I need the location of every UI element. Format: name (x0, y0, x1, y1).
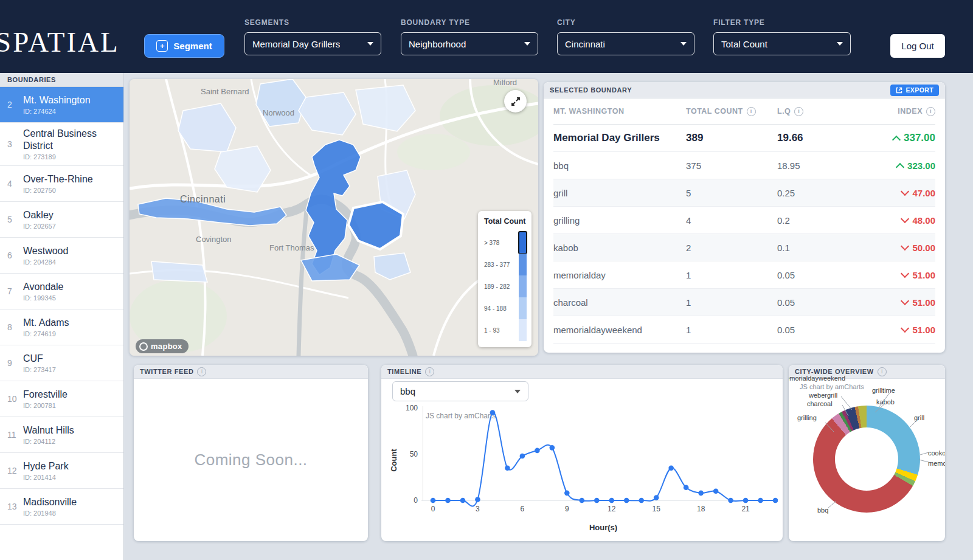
boundary-name: Mt. Adams (23, 317, 69, 329)
filter-type-dropdown[interactable]: Total Count (713, 32, 851, 55)
total-count-cell: 1 (686, 270, 777, 280)
index-value: 323.00 (907, 161, 935, 171)
chevron-down-icon (680, 42, 687, 46)
sidebar-item-over-the-rhine[interactable]: 4Over-The-RhineID: 202750 (0, 166, 123, 202)
svg-text:6: 6 (521, 505, 525, 513)
sidebar-item-walnut-hills[interactable]: 11Walnut HillsID: 204112 (0, 417, 123, 453)
table-row[interactable]: kabob20.150.00 (553, 234, 935, 261)
info-icon[interactable] (747, 107, 756, 116)
boundary-type-dropdown[interactable]: Neighborhood (401, 32, 538, 55)
top-header: SPATIAL + Segment SEGMENTS Memorial Day … (0, 0, 973, 73)
total-count-cell: 1 (686, 297, 777, 308)
total-count-cell: 389 (686, 132, 777, 144)
legend-swatch (519, 297, 527, 319)
sidebar-item-westwood[interactable]: 6WestwoodID: 204284 (0, 238, 123, 274)
info-icon[interactable] (197, 367, 206, 376)
sidebar-item-hyde-park[interactable]: 12Hyde ParkID: 201414 (0, 453, 123, 489)
map-legend: Total Count > 378283 - 377189 - 28294 - … (478, 211, 532, 347)
table-row[interactable]: grilling40.248.00 (553, 207, 935, 234)
svg-text:3: 3 (476, 505, 480, 513)
keyword-cell: memorialday (553, 270, 686, 280)
legend-swatch (519, 319, 527, 341)
slice-label-charcoal: charcoal (807, 400, 833, 407)
sidebar-item-forestville[interactable]: 10ForestvilleID: 200781 (0, 381, 123, 417)
city-dropdown[interactable]: Cincinnati (557, 32, 694, 55)
table-row[interactable]: Memorial Day Grillers38919.66337.00 (553, 125, 935, 152)
mapbox-logo[interactable]: mapbox (136, 339, 189, 353)
svg-text:100: 100 (406, 404, 418, 412)
timeline-series-dropdown[interactable]: bbq (392, 381, 528, 401)
info-icon[interactable] (425, 367, 434, 376)
info-icon[interactable] (878, 367, 887, 376)
legend-entry: 1 - 93 (484, 319, 527, 341)
map-label: Fort Thomas (269, 243, 314, 252)
up-chevron-icon (892, 135, 901, 143)
lq-cell: 0.25 (777, 188, 867, 198)
sidebar-item-avondale[interactable]: 7AvondaleID: 199345 (0, 274, 123, 309)
boundary-rank: 5 (7, 215, 23, 224)
svg-text:15: 15 (653, 505, 661, 513)
table-row[interactable]: grill50.2547.00 (553, 179, 935, 207)
boundary-id: ID: 273417 (23, 366, 56, 373)
keyword-cell: grill (553, 188, 686, 198)
sidebar-item-cuf[interactable]: 9CUFID: 273417 (0, 345, 123, 381)
legend-entry: > 378 (484, 232, 527, 254)
legend-entry: 94 - 188 (484, 297, 527, 319)
sidebar-item-oakley[interactable]: 5OakleyID: 202657 (0, 202, 123, 238)
legend-label: 283 - 377 (484, 261, 510, 268)
table-row[interactable]: bbq37518.95323.00 (553, 152, 935, 179)
legend-title: Total Count (484, 217, 527, 226)
boundary-rank: 8 (7, 322, 23, 332)
export-button[interactable]: EXPORT (890, 85, 939, 96)
sidebar-item-mt-adams[interactable]: 8Mt. AdamsID: 274619 (0, 309, 123, 345)
table-row[interactable]: memorialdayweekend10.0551.00 (553, 316, 935, 344)
logout-button[interactable]: Log Out (890, 34, 945, 58)
legend-swatch (519, 232, 527, 254)
map-expand-button[interactable] (504, 90, 527, 112)
map-canvas[interactable]: Saint Bernard Norwood Milford Cincinnati… (130, 79, 538, 356)
amcharts-watermark: JS chart by amCharts (800, 383, 864, 390)
citywide-panel: CITY-WIDE OVERVIEW JS chart by amCharts … (789, 365, 945, 541)
svg-text:9: 9 (565, 505, 569, 513)
add-segment-button[interactable]: + Segment (144, 34, 224, 58)
info-icon[interactable] (926, 107, 935, 116)
boundary-text: AvondaleID: 199345 (23, 281, 63, 302)
index-cell: 51.00 (867, 270, 935, 280)
sidebar-item-central-business-district[interactable]: 3Central Business DistrictID: 273189 (0, 123, 123, 166)
sidebar-item-madisonville[interactable]: 13MadisonvilleID: 201948 (0, 489, 123, 525)
table-row[interactable]: charcoal10.0551.00 (553, 289, 935, 316)
segments-dropdown[interactable]: Memorial Day Grillers (244, 32, 381, 55)
legend-label: 1 - 93 (484, 327, 500, 334)
map-panel: Saint Bernard Norwood Milford Cincinnati… (130, 79, 538, 356)
table-row[interactable]: memorialday10.0551.00 (553, 261, 935, 289)
boundary-name: Avondale (23, 281, 63, 293)
add-segment-label: Segment (173, 41, 212, 51)
boundary-name: Over-The-Rhine (23, 173, 93, 185)
amcharts-watermark: JS chart by amCharts (426, 412, 496, 420)
boundary-id: ID: 201414 (23, 474, 69, 481)
table-header: MT. WASHINGTON TOTAL COUNT L.Q INDEX (553, 99, 935, 125)
chevron-down-icon (837, 42, 843, 46)
boundary-rank: 7 (7, 286, 23, 296)
down-chevron-icon (901, 269, 909, 278)
info-icon[interactable] (794, 107, 803, 116)
boundary-name: Mt. Washington (23, 94, 91, 106)
sidebar-item-mt-washington[interactable]: 2Mt. WashingtonID: 274624 (0, 87, 123, 123)
map-label: Covington (196, 235, 232, 244)
slice-label-kabob: kabob (876, 398, 895, 406)
slice-label-grill: grill (914, 414, 924, 421)
twitter-feed-title: TWITTER FEED (140, 368, 193, 375)
index-cell: 50.00 (867, 243, 935, 253)
col-boundary-name: MT. WASHINGTON (553, 107, 686, 116)
legend-entries: > 378283 - 377189 - 28294 - 1881 - 93 (484, 232, 527, 341)
total-count-cell: 5 (686, 188, 777, 198)
boundary-rank: 9 (7, 358, 23, 368)
timeline-series-value: bbq (400, 386, 415, 396)
donut-chart[interactable] (813, 406, 920, 513)
boundary-type-value: Neighborhood (409, 39, 466, 49)
index-cell: 47.00 (867, 188, 935, 198)
index-cell: 323.00 (867, 161, 935, 171)
keyword-cell: charcoal (553, 297, 686, 308)
boundary-name: Forestville (23, 389, 68, 401)
boundary-text: Mt. AdamsID: 274619 (23, 317, 69, 337)
